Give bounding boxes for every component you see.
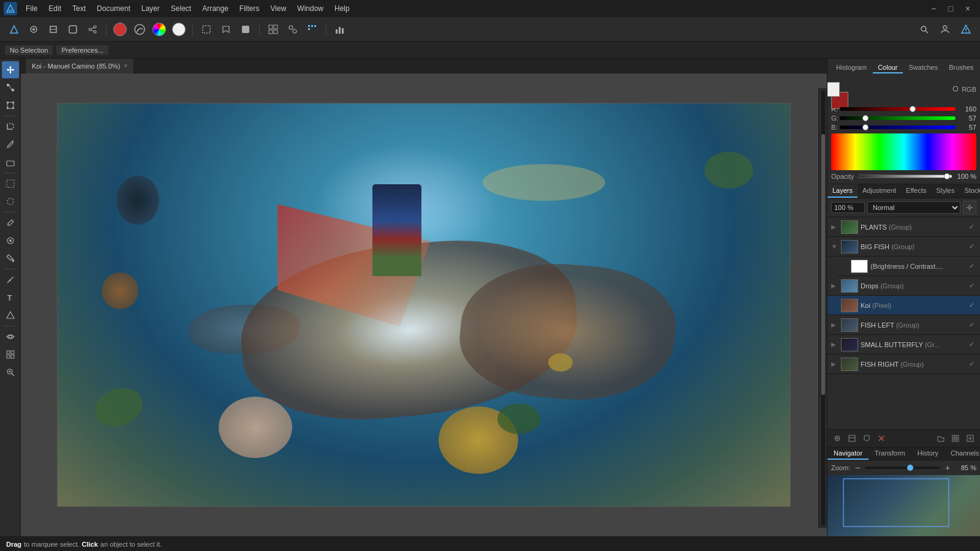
delete-layer-btn[interactable] <box>875 432 888 444</box>
expand-bigfish[interactable]: ▼ <box>831 243 839 250</box>
select-rect-btn[interactable] <box>197 21 216 38</box>
designer-btn[interactable] <box>44 21 62 38</box>
canvas-tab-close[interactable]: × <box>124 62 127 69</box>
add-mask-btn[interactable] <box>861 432 873 444</box>
share-btn[interactable] <box>83 21 102 38</box>
menu-filters[interactable]: Filters <box>235 3 265 14</box>
layer-vis-bigfish[interactable]: ✓ <box>967 242 976 252</box>
tab-adjustment[interactable]: Adjustment <box>858 184 901 198</box>
layer-vis-smallbutterfly[interactable]: ✓ <box>967 340 976 350</box>
g-slider[interactable] <box>840 116 956 120</box>
zoom-tool[interactable] <box>2 364 19 381</box>
colour-tab[interactable]: Colour <box>873 62 902 73</box>
maximize-button[interactable]: □ <box>942 0 959 17</box>
navigator-preview[interactable] <box>827 475 980 536</box>
crop-tool[interactable] <box>2 118 19 135</box>
histogram-btn[interactable] <box>331 21 349 38</box>
expand-fishleft[interactable]: ▶ <box>831 321 839 328</box>
nav-tab-history[interactable]: History <box>911 448 944 460</box>
text-tool[interactable]: T <box>2 289 19 306</box>
preferences-label[interactable]: Preferences... <box>56 45 108 55</box>
layer-item-fishright[interactable]: ▶ FISH RIGHT (Group) ✓ <box>827 354 980 374</box>
menu-help[interactable]: Help <box>330 3 355 14</box>
transform-tool[interactable] <box>2 97 19 114</box>
layer-item-brightness[interactable]: (Brightness / Contrast.... ✓ <box>837 257 980 276</box>
b-slider-thumb[interactable] <box>862 124 869 130</box>
fill-tool[interactable] <box>2 250 19 267</box>
pixel-persona-btn[interactable] <box>303 21 322 38</box>
vscroll-thumb[interactable] <box>821 134 825 395</box>
background-color-swatch[interactable] <box>827 82 840 97</box>
layer-settings-btn[interactable] <box>963 201 976 214</box>
layer-vis-fishleft[interactable]: ✓ <box>967 320 976 330</box>
nav-tab-navigator[interactable]: Navigator <box>827 448 869 460</box>
menu-select[interactable]: Select <box>166 3 196 14</box>
add-layer-btn[interactable] <box>964 432 976 444</box>
tab-effects[interactable]: Effects <box>901 184 931 198</box>
layer-vis-drops[interactable]: ✓ <box>967 281 976 291</box>
select-custom-btn[interactable] <box>236 21 255 38</box>
pen-tool[interactable] <box>2 271 19 288</box>
brushes-tab[interactable]: Brushes <box>944 62 978 73</box>
menu-window[interactable]: Window <box>292 3 328 14</box>
tab-layers[interactable]: Layers <box>827 184 858 198</box>
menu-view[interactable]: View <box>266 3 292 14</box>
tab-stock[interactable]: Stock <box>959 184 980 198</box>
layer-vis-brightness[interactable]: ✓ <box>967 261 976 271</box>
layer-item-koi[interactable]: Koi (Pixel) ✓ <box>827 296 980 315</box>
color4-btn[interactable] <box>170 21 188 38</box>
assistant-btn[interactable] <box>957 21 975 38</box>
layer-vis-koi[interactable]: ✓ <box>967 301 976 310</box>
menu-file[interactable]: File <box>21 3 42 14</box>
lasso-tool[interactable] <box>2 193 19 210</box>
blend-mode-select[interactable]: Normal Multiply Screen Overlay Darken Li… <box>867 201 960 214</box>
layer-vis-plants[interactable]: ✓ <box>967 222 976 232</box>
paint-brush-tool[interactable] <box>2 136 19 153</box>
move-tool[interactable] <box>2 61 19 78</box>
photo-btn[interactable] <box>24 21 43 38</box>
swatches-tab[interactable]: Swatches <box>904 62 943 73</box>
layer-item-plants[interactable]: ▶ PLANTS (Group) ✓ <box>827 217 980 237</box>
expand-smallbutterfly[interactable]: ▶ <box>831 341 839 348</box>
close-button[interactable]: × <box>959 0 976 17</box>
view-mode-btn[interactable] <box>284 21 302 38</box>
eyedropper-tool[interactable] <box>2 214 19 231</box>
menu-arrange[interactable]: Arrange <box>197 3 233 14</box>
group-layers-btn[interactable] <box>949 432 962 444</box>
view-tool[interactable] <box>2 328 19 345</box>
add-adjustment-btn[interactable] <box>831 432 843 444</box>
selection-tool[interactable] <box>2 175 19 192</box>
menu-edit[interactable]: Edit <box>43 3 66 14</box>
tab-styles[interactable]: Styles <box>932 184 960 198</box>
r-slider-thumb[interactable] <box>910 106 916 112</box>
select-mode-btn[interactable] <box>217 21 235 38</box>
canvas-vertical-scrollbar[interactable] <box>818 88 827 528</box>
add-live-filter-btn[interactable] <box>846 432 858 444</box>
layer-vis-fishright[interactable]: ✓ <box>967 359 976 369</box>
menu-layer[interactable]: Layer <box>137 3 165 14</box>
canvas-content[interactable] <box>21 73 827 536</box>
color-picker-tool[interactable] <box>2 232 19 249</box>
layer-item-drops[interactable]: ▶ Drops (Group) ✓ <box>827 276 980 296</box>
color1-btn[interactable] <box>111 21 129 38</box>
color3-btn[interactable] <box>150 21 168 38</box>
zoom-slider[interactable] <box>865 467 940 469</box>
zoom-increase-btn[interactable]: + <box>943 463 952 473</box>
color2-btn[interactable] <box>130 21 149 38</box>
r-slider[interactable] <box>840 107 956 111</box>
b-slider[interactable] <box>840 126 956 129</box>
layer-folder-btn[interactable] <box>935 432 947 444</box>
shape-tool[interactable] <box>2 307 19 324</box>
opacity-slider[interactable] <box>858 174 952 178</box>
menu-document[interactable]: Document <box>92 3 135 14</box>
user-btn[interactable] <box>936 21 954 38</box>
canvas-tab-item[interactable]: Koi - Manuel Camino (85.0%) × <box>26 59 134 73</box>
app-icon-btn[interactable] <box>5 21 23 38</box>
g-slider-thumb[interactable] <box>862 115 869 121</box>
expand-drops[interactable]: ▶ <box>831 282 839 289</box>
expand-plants[interactable]: ▶ <box>831 223 839 230</box>
histogram-tab[interactable]: Histogram <box>831 62 872 73</box>
view-grid-btn[interactable] <box>264 21 282 38</box>
nav-tab-transform[interactable]: Transform <box>869 448 911 460</box>
menu-text[interactable]: Text <box>67 3 91 14</box>
